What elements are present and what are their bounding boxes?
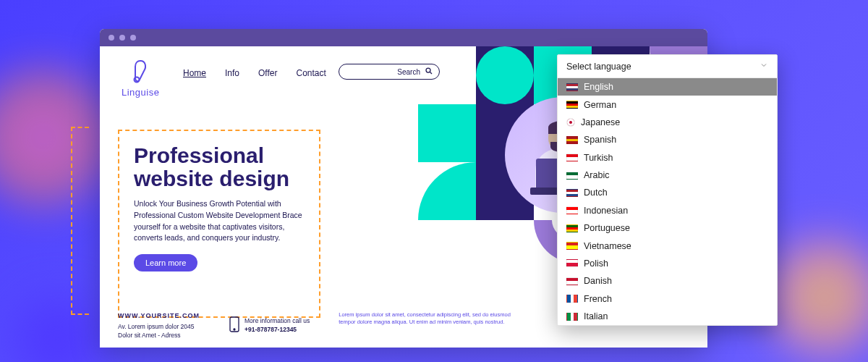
language-option-danish[interactable]: Danish bbox=[558, 272, 777, 290]
language-option-german[interactable]: German bbox=[558, 96, 777, 113]
hero-section: Professional website design Unlock Your … bbox=[118, 130, 320, 318]
bg-gradient-blob bbox=[0, 72, 109, 203]
language-option-label: French bbox=[584, 294, 612, 304]
logo-icon bbox=[122, 59, 159, 85]
language-option-label: Indonesian bbox=[584, 206, 628, 216]
flag-icon bbox=[566, 172, 578, 180]
language-dropdown[interactable]: Select language EnglishGermanJapaneseSpa… bbox=[557, 54, 778, 326]
search-placeholder: Search bbox=[397, 68, 420, 76]
chevron-down-icon bbox=[760, 61, 768, 72]
hero-body: Unlock Your Business Growth Potential wi… bbox=[134, 198, 305, 244]
brand-name: Linguise bbox=[122, 87, 159, 98]
language-option-polish[interactable]: Polish bbox=[558, 255, 777, 272]
flag-icon bbox=[566, 295, 578, 303]
learn-more-button[interactable]: Learn more bbox=[134, 254, 197, 272]
footer-address-line: Dolor sit Amet - Adress bbox=[118, 332, 200, 340]
language-option-english[interactable]: English bbox=[558, 78, 777, 96]
window-control-dot[interactable] bbox=[109, 35, 114, 41]
flag-icon bbox=[566, 277, 578, 285]
flag-icon bbox=[566, 206, 578, 214]
flag-icon bbox=[566, 153, 578, 161]
language-option-dutch[interactable]: Dutch bbox=[558, 184, 777, 201]
window-control-dot[interactable] bbox=[130, 35, 136, 41]
flag-icon bbox=[566, 242, 578, 250]
language-option-french[interactable]: French bbox=[558, 290, 777, 308]
language-option-label: Japanese bbox=[581, 117, 620, 127]
language-option-label: Turkish bbox=[584, 153, 613, 163]
language-option-label: Polish bbox=[584, 258, 608, 269]
language-option-vietnamese[interactable]: Vietnamese bbox=[558, 237, 777, 254]
footer-phone-number: +91-878787-12345 bbox=[244, 326, 310, 334]
language-option-japanese[interactable]: Japanese bbox=[558, 114, 777, 131]
language-option-label: Portuguese bbox=[584, 223, 630, 233]
language-option-label: Dutch bbox=[584, 188, 608, 198]
footer-address-line: Av. Lorem ipsum dolor 2045 bbox=[118, 323, 200, 332]
phone-icon bbox=[229, 316, 240, 335]
flag-icon bbox=[566, 224, 578, 232]
language-option-spanish[interactable]: Spanish bbox=[558, 131, 777, 148]
bg-gradient-blob bbox=[767, 239, 868, 355]
flag-icon bbox=[566, 101, 578, 109]
window-control-dot[interactable] bbox=[119, 35, 125, 41]
flag-icon bbox=[566, 83, 578, 91]
svg-point-4 bbox=[234, 329, 235, 330]
nav-link-home[interactable]: Home bbox=[183, 68, 206, 78]
language-option-italian[interactable]: Italian bbox=[558, 308, 777, 325]
hero-title: Professional website design bbox=[134, 144, 305, 190]
brand-logo[interactable]: Linguise bbox=[122, 59, 159, 98]
language-option-portuguese[interactable]: Portuguese bbox=[558, 219, 777, 237]
language-option-label: Spanish bbox=[584, 135, 616, 145]
footer-lorem: Lorem ipsum dolor sit amet, consectetur … bbox=[339, 311, 519, 340]
language-option-label: Vietnamese bbox=[584, 241, 631, 251]
language-option-turkish[interactable]: Turkish bbox=[558, 149, 777, 167]
flag-icon bbox=[566, 313, 578, 321]
footer-phone: More information call us +91-878787-1234… bbox=[229, 311, 310, 340]
footer-phone-label: More information call us bbox=[244, 317, 310, 326]
language-option-arabic[interactable]: Arabic bbox=[558, 167, 777, 184]
language-option-label: English bbox=[584, 82, 613, 92]
flag-icon bbox=[566, 136, 578, 144]
nav-link-info[interactable]: Info bbox=[225, 68, 239, 78]
flag-icon bbox=[566, 189, 578, 197]
footer-site-url: WWW.YOURSITE.COM bbox=[118, 311, 200, 321]
window-titlebar bbox=[100, 29, 707, 46]
language-option-label: Arabic bbox=[584, 170, 609, 180]
language-option-list: EnglishGermanJapaneseSpanishTurkishArabi… bbox=[558, 78, 777, 325]
flag-icon bbox=[566, 259, 578, 267]
nav-link-offer[interactable]: Offer bbox=[258, 68, 277, 78]
language-option-indonesian[interactable]: Indonesian bbox=[558, 202, 777, 219]
flag-icon bbox=[566, 118, 575, 127]
main-nav: HomeInfoOfferContact bbox=[183, 68, 326, 78]
language-option-label: Italian bbox=[584, 311, 608, 321]
decorative-dashed-frame bbox=[71, 127, 89, 315]
language-option-label: Danish bbox=[584, 276, 612, 286]
language-dropdown-label: Select language bbox=[566, 62, 631, 72]
language-dropdown-header[interactable]: Select language bbox=[558, 55, 777, 78]
language-option-label: German bbox=[584, 100, 616, 110]
nav-link-contact[interactable]: Contact bbox=[297, 68, 326, 78]
